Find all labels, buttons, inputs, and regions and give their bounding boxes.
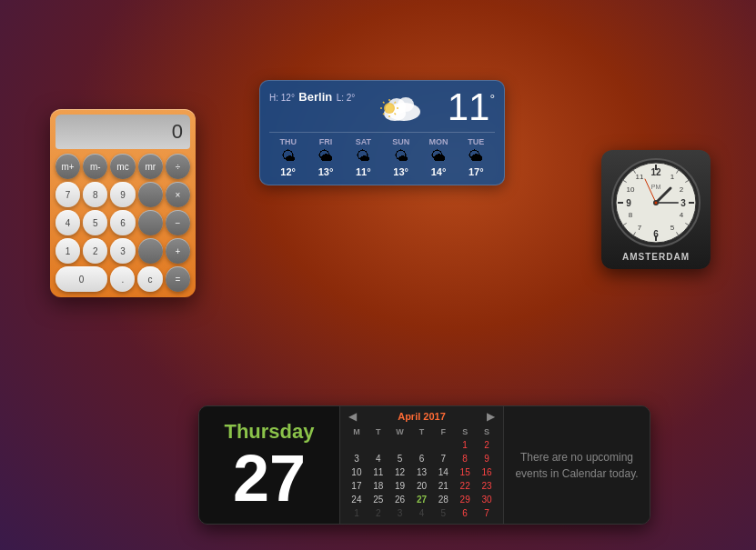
cal-day-cell[interactable]: 20: [411, 479, 433, 493]
cal-day-cell[interactable]: 19: [389, 479, 411, 493]
cal-day-cell: 6: [454, 506, 476, 520]
forecast-day-item: FRI 🌥 13°: [307, 137, 344, 177]
cal-day-cell[interactable]: 25: [368, 493, 389, 506]
cal-day-cell[interactable]: 3: [346, 452, 368, 465]
forecast-day-item: MON 🌥 14°: [419, 137, 457, 177]
calc-btn-c[interactable]: c: [137, 266, 162, 292]
calc-btn-6[interactable]: 6: [110, 210, 135, 235]
cal-day-cell[interactable]: 11: [368, 465, 389, 479]
calc-btn-.[interactable]: .: [110, 266, 135, 292]
cal-day-cell[interactable]: 21: [432, 479, 454, 493]
calc-btn-1-3[interactable]: [138, 182, 163, 207]
calc-btn-2-3[interactable]: [138, 210, 163, 235]
cal-day-cell[interactable]: 12: [389, 465, 411, 479]
svg-text:PM: PM: [651, 184, 661, 190]
calc-row-0: m+m-mcmr÷: [55, 154, 190, 179]
cal-day-cell[interactable]: 1: [454, 438, 476, 452]
cal-day-cell[interactable]: 18: [368, 479, 389, 493]
cal-day-cell[interactable]: 14: [432, 465, 454, 479]
cal-day-cell[interactable]: 30: [476, 493, 498, 506]
svg-text:7: 7: [638, 224, 642, 232]
forecast-temp: 17°: [469, 166, 484, 177]
calc-btn-mr[interactable]: mr: [138, 154, 163, 179]
calculator-widget: 0 m+m-mcmr÷789×456−123+0.c=: [50, 109, 196, 297]
calc-row-1: 789×: [55, 182, 190, 207]
svg-text:10: 10: [627, 185, 635, 194]
calc-btn-m-[interactable]: m-: [83, 154, 107, 179]
weather-lo: L: 2°: [337, 93, 356, 103]
calculator-display: 0: [55, 115, 190, 149]
cal-day-cell[interactable]: 16: [476, 465, 498, 479]
cal-day-cell[interactable]: 9: [476, 452, 498, 465]
calendar-prev-button[interactable]: ◀: [346, 410, 359, 423]
calc-btn-2[interactable]: 2: [83, 238, 107, 264]
calendar-month-header: ◀ April 2017 ▶: [346, 410, 498, 423]
cal-day-cell[interactable]: 29: [454, 493, 476, 506]
cal-day-cell[interactable]: 8: [454, 452, 476, 465]
calc-btn-4[interactable]: 4: [55, 210, 80, 235]
svg-line-10: [383, 102, 385, 104]
cal-day-cell: [346, 438, 368, 452]
cal-day-cell[interactable]: 2: [476, 438, 498, 452]
calc-btn-−[interactable]: −: [166, 210, 190, 235]
calc-btn-9[interactable]: 9: [110, 182, 135, 207]
calc-btn-×[interactable]: ×: [166, 182, 190, 207]
weather-main-icon: [377, 88, 427, 125]
cal-day-cell[interactable]: 15: [454, 465, 476, 479]
calc-btn-÷[interactable]: ÷: [166, 154, 190, 179]
cal-day-cell[interactable]: 6: [411, 452, 433, 465]
cal-day-cell[interactable]: 5: [389, 452, 411, 465]
calc-btn-+[interactable]: +: [166, 238, 190, 264]
cal-day-cell[interactable]: 26: [389, 493, 411, 506]
cal-day-cell: 7: [476, 506, 498, 520]
svg-text:12: 12: [650, 167, 661, 177]
weather-header: H: 12° Berlin L: 2° 11: [269, 88, 495, 126]
cal-day-cell[interactable]: 28: [432, 493, 454, 506]
cal-day-cell: 1: [346, 506, 368, 520]
calc-btn-mc[interactable]: mc: [110, 154, 135, 179]
svg-line-11: [394, 114, 396, 115]
cal-day-cell[interactable]: 7: [432, 452, 454, 465]
cal-day-cell[interactable]: 22: [454, 479, 476, 493]
forecast-temp: 14°: [431, 166, 447, 177]
weather-degree: °: [489, 92, 495, 106]
cal-day-cell[interactable]: 24: [346, 493, 368, 506]
calc-btn-m+[interactable]: m+: [55, 154, 80, 179]
calendar-next-button[interactable]: ▶: [484, 410, 498, 423]
calc-btn-3-3[interactable]: [138, 238, 163, 264]
cal-day-cell: [411, 438, 433, 452]
cal-day-cell[interactable]: 10: [346, 465, 368, 479]
forecast-day-item: SAT 🌤 11°: [345, 137, 382, 177]
svg-text:9: 9: [626, 198, 631, 208]
calendar-day-panel: Thursday 27: [199, 406, 340, 524]
cal-day-cell[interactable]: 17: [346, 479, 368, 493]
cal-weekday-header: S: [454, 425, 476, 438]
cal-day-cell: [432, 438, 454, 452]
calc-btn-7[interactable]: 7: [55, 182, 80, 207]
svg-line-12: [394, 102, 396, 104]
cal-day-cell[interactable]: 13: [411, 465, 433, 479]
cal-weekday-header: T: [368, 425, 389, 438]
calendar-events-panel: There are no upcoming events in Calendar…: [504, 406, 650, 524]
forecast-day-item: THU 🌤 12°: [269, 137, 307, 177]
calendar-day-name: Thursday: [224, 420, 314, 444]
cal-day-cell[interactable]: 4: [368, 452, 389, 465]
weather-hi: H: 12°: [269, 93, 295, 103]
cal-day-cell: 5: [432, 506, 454, 520]
svg-line-13: [383, 114, 385, 115]
svg-text:8: 8: [629, 211, 633, 219]
svg-text:5: 5: [670, 224, 675, 232]
cal-day-cell[interactable]: 23: [476, 479, 498, 493]
forecast-temp: 12°: [280, 166, 296, 177]
weather-temp-value: 11: [448, 88, 490, 126]
calc-btn-0[interactable]: 0: [55, 266, 107, 292]
calc-btn-8[interactable]: 8: [83, 182, 107, 207]
weather-city: Berlin: [298, 90, 332, 104]
calc-btn-1[interactable]: 1: [55, 238, 80, 264]
cal-day-cell[interactable]: 27: [411, 493, 433, 506]
calc-btn-5[interactable]: 5: [83, 210, 107, 235]
svg-text:11: 11: [636, 173, 644, 181]
forecast-day-name: SUN: [392, 137, 409, 146]
calc-btn-=[interactable]: =: [166, 266, 190, 292]
calc-btn-3[interactable]: 3: [110, 238, 135, 264]
